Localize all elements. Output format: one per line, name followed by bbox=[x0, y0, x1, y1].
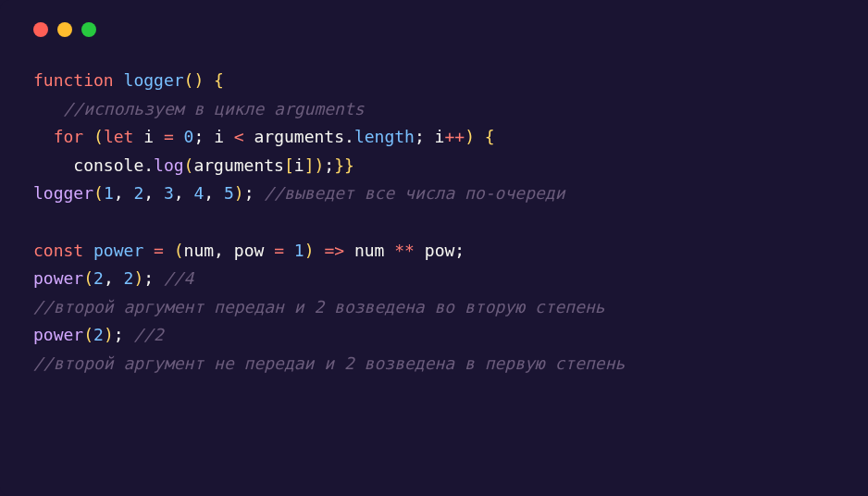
method-call: log bbox=[154, 155, 184, 175]
number: 2 bbox=[93, 268, 104, 288]
arrow: => bbox=[324, 241, 344, 260]
space bbox=[154, 268, 164, 288]
comment: //второй аргумент передан и 2 возведена … bbox=[33, 297, 605, 316]
variable: i bbox=[133, 127, 164, 146]
space bbox=[124, 325, 134, 344]
param: num bbox=[184, 241, 215, 260]
paren: ( bbox=[83, 127, 104, 146]
paren: ( bbox=[184, 155, 194, 175]
comma: , bbox=[114, 183, 134, 203]
operator: = bbox=[164, 127, 174, 146]
variable: i bbox=[294, 155, 304, 175]
operator: ++ bbox=[444, 127, 465, 146]
variable: i bbox=[204, 127, 234, 146]
number: 1 bbox=[294, 241, 304, 260]
brace: } bbox=[344, 155, 354, 175]
number: 1 bbox=[104, 183, 114, 203]
keyword-function: function bbox=[33, 70, 114, 90]
window-titlebar bbox=[0, 0, 868, 44]
comment: //используем в цикле arguments bbox=[64, 99, 365, 118]
semicolon: ; bbox=[454, 241, 465, 260]
identifier: arguments bbox=[193, 155, 284, 175]
paren: ( bbox=[83, 325, 93, 344]
keyword-const: const bbox=[33, 241, 83, 260]
comma: , bbox=[104, 268, 124, 288]
paren: ) bbox=[304, 241, 315, 260]
keyword-let: let bbox=[104, 127, 134, 146]
space bbox=[384, 241, 394, 260]
function-call: power bbox=[33, 325, 83, 344]
semicolon: ; bbox=[114, 325, 124, 344]
comment: //второй аргумент не передаи и 2 возведе… bbox=[33, 353, 625, 373]
minimize-icon[interactable] bbox=[57, 22, 72, 37]
identifier: num bbox=[354, 241, 385, 260]
operator: ** bbox=[394, 241, 415, 260]
code-block: function logger() { //используем в цикле… bbox=[0, 44, 868, 401]
variable: i bbox=[435, 127, 445, 146]
space bbox=[315, 241, 325, 260]
brace: } bbox=[334, 155, 344, 175]
property: length bbox=[354, 127, 415, 146]
semicolon: ; bbox=[143, 268, 154, 288]
semicolon: ; bbox=[193, 127, 204, 146]
space bbox=[83, 241, 93, 260]
brace: { bbox=[204, 70, 224, 90]
maximize-icon[interactable] bbox=[81, 22, 96, 37]
paren: ) bbox=[193, 70, 204, 90]
dot: . bbox=[344, 127, 354, 146]
number: 2 bbox=[133, 183, 143, 203]
operator: = bbox=[274, 241, 284, 260]
paren: ( bbox=[83, 268, 93, 288]
dot: . bbox=[143, 155, 154, 175]
space bbox=[344, 241, 354, 260]
space bbox=[164, 241, 174, 260]
semicolon: ; bbox=[244, 183, 254, 203]
paren: ( bbox=[184, 70, 194, 90]
code-window: function logger() { //используем в цикле… bbox=[0, 0, 868, 496]
paren: ( bbox=[93, 183, 104, 203]
function-name: logger bbox=[124, 70, 184, 90]
paren: ) bbox=[234, 183, 244, 203]
close-icon[interactable] bbox=[33, 22, 48, 37]
operator: = bbox=[154, 241, 164, 260]
comma: , bbox=[214, 241, 234, 260]
space bbox=[244, 127, 254, 146]
indent bbox=[33, 127, 54, 146]
indent bbox=[33, 99, 64, 118]
identifier: arguments bbox=[254, 127, 345, 146]
comma: , bbox=[204, 183, 224, 203]
comment: //выведет все числа по-очереди bbox=[264, 183, 564, 203]
semicolon: ; bbox=[415, 127, 425, 146]
number: 3 bbox=[164, 183, 174, 203]
space bbox=[254, 183, 265, 203]
paren: ) bbox=[133, 268, 143, 288]
param: pow bbox=[234, 241, 265, 260]
space bbox=[415, 241, 425, 260]
function-call: logger bbox=[33, 183, 93, 203]
comment: //4 bbox=[164, 268, 194, 288]
comma: , bbox=[174, 183, 194, 203]
comment: //2 bbox=[133, 325, 164, 344]
paren: ) bbox=[104, 325, 114, 344]
indent bbox=[33, 155, 73, 175]
semicolon: ; bbox=[324, 155, 334, 175]
paren: ) bbox=[465, 127, 475, 146]
identifier: console bbox=[73, 155, 143, 175]
bracket: [ bbox=[284, 155, 294, 175]
space bbox=[425, 127, 435, 146]
space bbox=[264, 241, 274, 260]
number: 2 bbox=[124, 268, 134, 288]
space bbox=[284, 241, 294, 260]
number: 4 bbox=[193, 183, 204, 203]
function-call: power bbox=[33, 268, 83, 288]
paren: ) bbox=[315, 155, 325, 175]
identifier: pow bbox=[425, 241, 455, 260]
comma: , bbox=[143, 183, 164, 203]
bracket: ] bbox=[304, 155, 315, 175]
const-name: power bbox=[93, 241, 143, 260]
paren: ( bbox=[174, 241, 184, 260]
operator: < bbox=[234, 127, 244, 146]
number: 2 bbox=[93, 325, 104, 344]
space bbox=[143, 241, 154, 260]
keyword-for: for bbox=[54, 127, 84, 146]
